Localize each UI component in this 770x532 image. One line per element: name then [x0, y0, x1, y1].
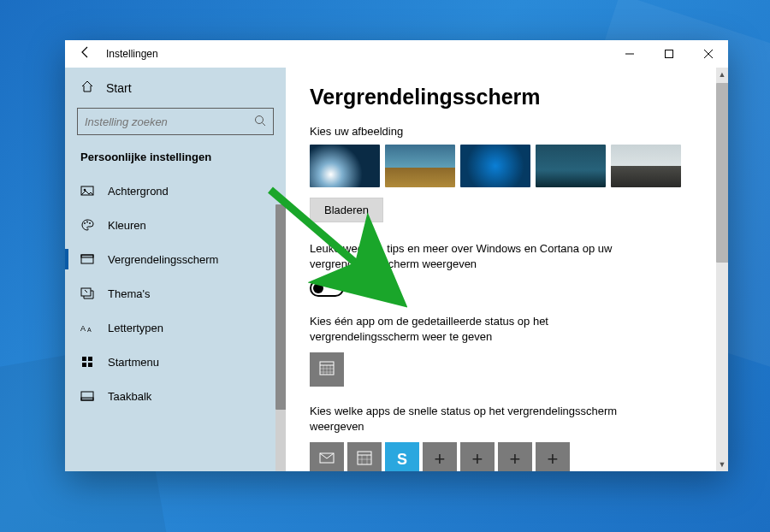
- fonts-icon: AA: [80, 321, 94, 334]
- home-label: Start: [106, 81, 132, 95]
- sidebar-item-label: Vergrendelingsscherm: [108, 253, 218, 266]
- sidebar-item-taakbalk[interactable]: Taakbalk: [65, 379, 286, 413]
- sidebar-item-achtergrond[interactable]: Achtergrond: [65, 174, 286, 208]
- tips-toggle[interactable]: [310, 280, 344, 297]
- back-button[interactable]: [65, 45, 106, 62]
- page-title: Vergrendelingsscherm: [310, 85, 708, 109]
- search-input[interactable]: [85, 115, 254, 128]
- svg-rect-1: [666, 50, 673, 58]
- svg-point-6: [84, 222, 86, 224]
- search-box[interactable]: [77, 108, 274, 135]
- sidebar-item-label: Kleuren: [108, 219, 146, 232]
- svg-text:A: A: [80, 324, 86, 333]
- minimize-button[interactable]: [610, 40, 649, 68]
- sidebar-item-startmenu[interactable]: Startmenu: [65, 345, 286, 379]
- taskbar-icon: [80, 389, 94, 403]
- skype-icon: S: [397, 451, 407, 469]
- home-button[interactable]: Start: [65, 68, 286, 104]
- svg-line-3: [263, 122, 266, 126]
- plus-icon: +: [472, 448, 483, 470]
- titlebar: Instellingen: [65, 40, 728, 68]
- close-button[interactable]: [689, 40, 728, 68]
- startmenu-icon: [80, 355, 94, 369]
- scroll-down-button[interactable]: ▼: [716, 458, 728, 471]
- image-thumbnail[interactable]: [385, 145, 455, 187]
- home-icon: [80, 80, 94, 96]
- sidebar-item-themas[interactable]: Thema's: [65, 276, 286, 310]
- window-title: Instellingen: [106, 48, 158, 60]
- sidebar-item-label: Startmenu: [108, 356, 159, 369]
- search-icon: [254, 115, 266, 129]
- svg-point-8: [89, 222, 91, 224]
- detailed-app-description: Kies één app om de gedetailleerde status…: [310, 314, 652, 344]
- quick-app-slot-mail[interactable]: [310, 442, 344, 471]
- svg-rect-17: [82, 363, 86, 367]
- toggle-state-label: Uit: [352, 282, 366, 295]
- image-thumbnails: [310, 145, 708, 187]
- calendar-icon: [318, 359, 335, 381]
- plus-icon: +: [510, 448, 521, 470]
- sidebar-item-label: Thema's: [108, 287, 150, 300]
- svg-point-7: [86, 222, 88, 223]
- svg-rect-18: [88, 363, 92, 367]
- toggle-knob: [313, 283, 323, 293]
- sidebar-item-label: Lettertypen: [108, 322, 163, 334]
- svg-rect-15: [82, 357, 86, 361]
- image-thumbnail[interactable]: [536, 145, 606, 187]
- sidebar: Start Persoonlijke instellingen Achtergr…: [65, 68, 286, 471]
- svg-rect-30: [358, 452, 371, 464]
- detailed-app-slot[interactable]: [310, 352, 344, 387]
- quick-app-slot-add[interactable]: +: [536, 442, 570, 471]
- plus-icon: +: [548, 448, 559, 470]
- maximize-button[interactable]: [649, 40, 689, 68]
- mail-icon: [318, 449, 335, 470]
- quick-app-slot-skype[interactable]: S: [385, 442, 419, 471]
- image-thumbnail[interactable]: [460, 145, 530, 187]
- sidebar-item-vergrendelingsscherm[interactable]: Vergrendelingsscherm: [65, 242, 286, 276]
- calendar-icon: [356, 449, 373, 470]
- sidebar-item-kleuren[interactable]: Kleuren: [65, 208, 286, 242]
- quick-app-slot-add[interactable]: +: [423, 442, 457, 471]
- plus-icon: +: [435, 448, 446, 470]
- palette-icon: [80, 218, 94, 232]
- quick-app-slot-add[interactable]: +: [498, 442, 532, 471]
- sidebar-item-lettertypen[interactable]: AA Lettertypen: [65, 310, 286, 345]
- tips-description: Leuke weetjes, tips en meer over Windows…: [310, 241, 652, 271]
- svg-text:A: A: [87, 327, 92, 333]
- svg-rect-12: [81, 288, 91, 296]
- sidebar-item-label: Achtergrond: [108, 185, 169, 198]
- main-scrollbar[interactable]: ▲ ▼: [716, 68, 728, 471]
- picture-icon: [80, 184, 94, 198]
- sidebar-nav: Achtergrond Kleuren Vergrendelingsscherm: [65, 174, 286, 413]
- scroll-up-button[interactable]: ▲: [716, 68, 728, 81]
- main-panel: Vergrendelingsscherm Kies uw afbeelding …: [286, 68, 728, 471]
- sidebar-scrollbar[interactable]: [275, 204, 286, 471]
- image-thumbnail[interactable]: [310, 145, 380, 187]
- quick-app-slots: S + + + +: [310, 442, 708, 471]
- scrollbar-thumb[interactable]: [275, 204, 286, 410]
- quick-app-slot-add[interactable]: +: [460, 442, 495, 471]
- sidebar-item-label: Taakbalk: [108, 390, 151, 403]
- pick-image-label: Kies uw afbeelding: [310, 125, 708, 138]
- settings-window: Instellingen Start Pe: [65, 40, 728, 471]
- quick-apps-description: Kies welke apps de snelle status op het …: [310, 404, 652, 434]
- themes-icon: [80, 287, 94, 300]
- lockscreen-icon: [80, 252, 94, 266]
- svg-rect-16: [88, 357, 92, 361]
- image-thumbnail[interactable]: [611, 145, 681, 187]
- browse-button[interactable]: Bladeren: [310, 198, 383, 222]
- quick-app-slot-calendar[interactable]: [347, 442, 382, 471]
- scrollbar-thumb[interactable]: [716, 83, 728, 263]
- svg-point-2: [256, 115, 264, 123]
- sidebar-section-title: Persoonlijke instellingen: [65, 147, 286, 174]
